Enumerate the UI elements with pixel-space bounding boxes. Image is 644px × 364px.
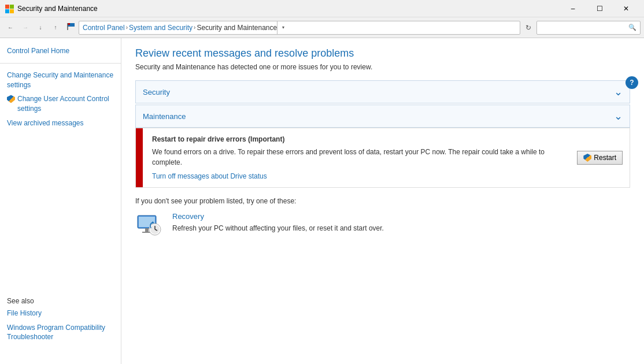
maintenance-section-header[interactable]: Maintenance ⌄ <box>135 105 630 128</box>
svg-rect-1 <box>10 5 14 9</box>
sidebar-change-uac[interactable]: Change User Account Control settings <box>0 92 121 116</box>
page-subtitle: Security and Maintenance has detected on… <box>135 63 630 71</box>
alert-link[interactable]: Turn off messages about Drive status <box>152 172 267 180</box>
search-input[interactable] <box>541 24 628 32</box>
alert-box: Restart to repair drive errors (Importan… <box>135 128 630 188</box>
search-bar[interactable]: 🔍 <box>536 21 641 35</box>
maintenance-section-title: Maintenance <box>143 112 186 121</box>
alert-title: Restart to repair drive errors (Importan… <box>152 135 568 143</box>
restart-shield-icon <box>583 154 591 162</box>
recovery-description: Refresh your PC without affecting your f… <box>172 224 384 232</box>
recovery-item: Recovery Refresh your PC without affecti… <box>135 212 630 240</box>
restart-label: Restart <box>594 154 616 162</box>
maintenance-chevron-icon: ⌄ <box>614 110 623 122</box>
window-controls: – ☐ ✕ <box>560 0 639 17</box>
recovery-text: Recovery Refresh your PC without affecti… <box>172 212 384 233</box>
sidebar-file-history[interactable]: File History <box>0 306 121 321</box>
sidebar-control-panel-home[interactable]: Control Panel Home <box>0 44 121 58</box>
security-chevron-icon: ⌄ <box>614 86 623 98</box>
sidebar-view-archived[interactable]: View archived messages <box>0 116 121 131</box>
close-button[interactable]: ✕ <box>613 0 639 17</box>
recovery-link[interactable]: Recovery <box>172 212 384 221</box>
search-icon: 🔍 <box>628 24 636 31</box>
breadcrumb-current: Security and Maintenance <box>197 24 277 32</box>
see-also-title: See also <box>0 292 121 306</box>
security-section-header[interactable]: Security ⌄ <box>135 80 630 103</box>
forward-button[interactable]: → <box>18 21 32 35</box>
not-listed-text: If you don't see your problem listed, tr… <box>135 197 630 205</box>
alert-body: We found errors on a drive. To repair th… <box>152 147 568 168</box>
svg-rect-3 <box>10 9 14 13</box>
breadcrumb-sep-2: › <box>194 24 195 31</box>
breadcrumb-bar[interactable]: Control Panel › System and Security › Se… <box>79 21 520 35</box>
refresh-button[interactable]: ↻ <box>521 21 535 35</box>
sidebar-divider-1 <box>0 63 121 64</box>
alert-stripe <box>136 128 143 187</box>
alert-content: Restart to repair drive errors (Importan… <box>143 128 577 187</box>
svg-rect-0 <box>5 5 9 9</box>
address-bar: ← → ↓ ↑ Control Panel › System and Secur… <box>0 17 644 38</box>
breadcrumb-sep-1: › <box>126 24 128 31</box>
up-button[interactable]: ↑ <box>49 21 62 35</box>
title-bar: Security and Maintenance – ☐ ✕ <box>0 0 644 17</box>
restart-button[interactable]: Restart <box>577 151 623 165</box>
page-title: Review recent messages and resolve probl… <box>135 47 630 60</box>
flag-icon <box>67 23 75 32</box>
breadcrumb-dropdown-button[interactable]: ▾ <box>277 21 288 35</box>
recovery-icon <box>135 212 163 240</box>
content-area: Review recent messages and resolve probl… <box>121 38 644 364</box>
security-section-title: Security <box>143 88 170 96</box>
app-icon <box>5 4 14 13</box>
help-button[interactable]: ? <box>626 76 638 89</box>
minimize-button[interactable]: – <box>560 0 586 17</box>
shield-icon <box>7 95 15 103</box>
sidebar: Control Panel Home Change Security and M… <box>0 38 121 364</box>
svg-rect-9 <box>145 228 149 232</box>
restore-button[interactable]: ☐ <box>586 0 613 17</box>
sidebar-change-security[interactable]: Change Security and Maintenance settings <box>0 68 121 92</box>
sidebar-windows-program[interactable]: Windows Program Compatibility Troublesho… <box>0 321 121 345</box>
recent-locations-button[interactable]: ↓ <box>34 21 47 35</box>
main-layout: Control Panel Home Change Security and M… <box>0 38 644 364</box>
window-title: Security and Maintenance <box>17 5 560 13</box>
back-button[interactable]: ← <box>3 21 17 35</box>
svg-rect-2 <box>5 9 9 13</box>
breadcrumb-system-security[interactable]: System and Security <box>129 24 193 32</box>
breadcrumb-control-panel[interactable]: Control Panel <box>83 24 125 32</box>
